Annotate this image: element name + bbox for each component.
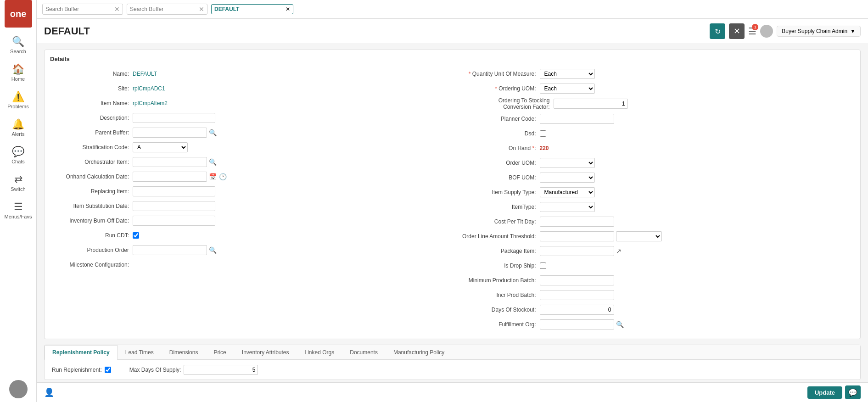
notification-badge: 1 xyxy=(752,24,758,30)
days-stockout-label: Days Of Stockout: xyxy=(457,307,540,313)
sidebar-item-search[interactable]: 🔍 Search xyxy=(0,31,36,59)
bof-uom-select[interactable] xyxy=(540,173,595,183)
run-replenishment-label: Run Replenishment: xyxy=(52,367,102,373)
days-stockout-input[interactable] xyxy=(540,305,614,315)
sidebar-item-menus[interactable]: ☰ Menus/Favs xyxy=(0,196,36,224)
order-line-row: Order Line Amount Threshold: xyxy=(457,230,855,242)
replacing-input[interactable] xyxy=(133,186,215,196)
search-buffer-1[interactable]: ✕ xyxy=(42,4,123,15)
main-content: ✕ ✕ ✕ DEFAULT ↻ ✕ ☰ 1 Buyer Supply Chain… xyxy=(37,0,868,402)
supply-type-select[interactable]: Manufactured xyxy=(540,187,595,197)
tab-inventory-attributes[interactable]: Inventory Attributes xyxy=(234,345,297,359)
name-value: DEFAULT xyxy=(133,71,157,77)
tab-dimensions[interactable]: Dimensions xyxy=(162,345,206,359)
parent-buffer-row: Parent Buffer: 🔍 xyxy=(50,127,448,139)
conversion-input[interactable] xyxy=(554,99,628,109)
sidebar: one 🔍 Search 🏠 Home ⚠️ Problems 🔔 Alerts… xyxy=(0,0,37,402)
production-order-input[interactable] xyxy=(133,245,207,255)
tab-lead-times[interactable]: Lead Times xyxy=(118,345,162,359)
qty-uom-label: Quantity Unit Of Measure: xyxy=(457,71,540,77)
clear-search-1-icon[interactable]: ✕ xyxy=(114,6,120,13)
search-buffer-input-1[interactable] xyxy=(45,6,114,12)
tab-manufacturing[interactable]: Manufacturing Policy xyxy=(386,345,452,359)
sidebar-item-alerts[interactable]: 🔔 Alerts xyxy=(0,114,36,141)
bottom-bar: 👤 Update 💬 xyxy=(37,382,868,402)
sidebar-item-home[interactable]: 🏠 Home xyxy=(0,59,36,86)
description-input[interactable] xyxy=(133,113,215,123)
update-button[interactable]: Update xyxy=(807,386,842,399)
qty-uom-select[interactable]: Each xyxy=(540,69,595,79)
run-replenishment-field: Run Replenishment: xyxy=(52,367,111,373)
refresh-button[interactable]: ↻ xyxy=(710,23,725,39)
clock-icon[interactable]: 🕐 xyxy=(218,173,227,181)
on-hand-value: 220 xyxy=(540,145,549,151)
order-line-input[interactable] xyxy=(540,231,614,241)
active-tab-default[interactable]: ✕ xyxy=(211,4,293,14)
sidebar-item-switch[interactable]: ⇄ Switch xyxy=(0,169,36,196)
burnoff-input[interactable] xyxy=(133,216,215,226)
app-logo[interactable]: one xyxy=(5,0,32,28)
orchestrator-input[interactable] xyxy=(133,157,207,167)
calendar-icon[interactable]: 📅 xyxy=(208,173,217,181)
bof-uom-row: BOF UOM: xyxy=(457,172,855,184)
stratification-select[interactable]: A B C xyxy=(133,142,188,152)
chat-button[interactable]: 💬 xyxy=(845,385,861,399)
tab-replenishment[interactable]: Replenishment Policy xyxy=(45,345,118,360)
user-avatar-sidebar[interactable] xyxy=(9,380,28,398)
onhand-calc-row: Onhand Calculation Date: 📅 🕐 xyxy=(50,171,448,183)
run-cdt-row: Run CDT: xyxy=(50,229,448,241)
order-uom-select[interactable] xyxy=(540,158,595,168)
max-days-input[interactable] xyxy=(184,365,258,375)
sidebar-item-label: Switch xyxy=(11,186,25,192)
substitution-input[interactable] xyxy=(133,201,215,211)
close-button[interactable]: ✕ xyxy=(729,23,745,39)
parent-buffer-input[interactable] xyxy=(133,128,207,138)
active-tab-input[interactable] xyxy=(214,6,286,12)
run-replenishment-checkbox[interactable] xyxy=(105,367,111,373)
drop-ship-checkbox[interactable] xyxy=(540,262,546,269)
menu-button[interactable]: ☰ 1 xyxy=(748,26,756,37)
dsd-row: Dsd: xyxy=(457,128,855,140)
item-type-select[interactable] xyxy=(540,202,595,212)
search-buffer-input-2[interactable] xyxy=(130,6,199,12)
dsd-checkbox[interactable] xyxy=(540,130,546,137)
fulfillment-org-search-icon[interactable]: 🔍 xyxy=(616,320,624,329)
qty-uom-row: Quantity Unit Of Measure: Each xyxy=(457,68,855,80)
planner-code-input[interactable] xyxy=(540,114,614,124)
stratification-row: Stratification Code: A B C xyxy=(50,141,448,153)
package-item-external-icon[interactable]: ↗ xyxy=(616,247,622,255)
onhand-calc-field: 📅 🕐 xyxy=(133,172,227,182)
orchestrator-label: Orchestrator Item: xyxy=(50,159,133,165)
package-item-input[interactable] xyxy=(540,246,614,256)
item-name-value[interactable]: rplCmpAltem2 xyxy=(133,100,168,106)
orchestrator-search-icon[interactable]: 🔍 xyxy=(208,158,217,166)
planner-code-row: Planner Code: xyxy=(457,113,855,125)
tab-documents[interactable]: Documents xyxy=(342,345,386,359)
onhand-calc-input[interactable] xyxy=(133,172,207,182)
supply-type-label: Item Supply Type: xyxy=(457,189,540,195)
run-cdt-checkbox[interactable] xyxy=(133,232,139,239)
ordering-uom-select[interactable]: Each xyxy=(540,84,595,94)
search-buffer-2[interactable]: ✕ xyxy=(127,4,207,15)
planner-code-label: Planner Code: xyxy=(457,116,540,122)
clear-search-2-icon[interactable]: ✕ xyxy=(199,6,204,13)
order-line-select[interactable] xyxy=(616,231,662,241)
max-days-field: Max Days Of Supply: xyxy=(129,365,258,375)
clear-active-tab-icon[interactable]: ✕ xyxy=(286,6,290,12)
site-value[interactable]: rplCmpADC1 xyxy=(133,85,165,92)
sidebar-item-problems[interactable]: ⚠️ Problems xyxy=(0,86,36,114)
max-days-label: Max Days Of Supply: xyxy=(129,367,181,373)
tab-price[interactable]: Price xyxy=(206,345,234,359)
parent-buffer-search-icon[interactable]: 🔍 xyxy=(208,128,217,137)
min-prod-batch-input[interactable] xyxy=(540,275,614,285)
user-dropdown[interactable]: Buyer Supply Chain Admin ▼ xyxy=(777,26,861,37)
package-item-row: Package Item: ↗ xyxy=(457,245,855,257)
production-order-search-icon[interactable]: 🔍 xyxy=(208,246,217,254)
cost-per-tit-input[interactable] xyxy=(540,217,614,227)
tab-linked-orgs[interactable]: Linked Orgs xyxy=(297,345,342,359)
incr-prod-input[interactable] xyxy=(540,290,614,300)
fulfillment-org-input[interactable] xyxy=(540,319,614,329)
home-icon: 🏠 xyxy=(12,63,24,75)
dropdown-arrow-icon: ▼ xyxy=(850,28,856,34)
sidebar-item-chats[interactable]: 💬 Chats xyxy=(0,141,36,169)
